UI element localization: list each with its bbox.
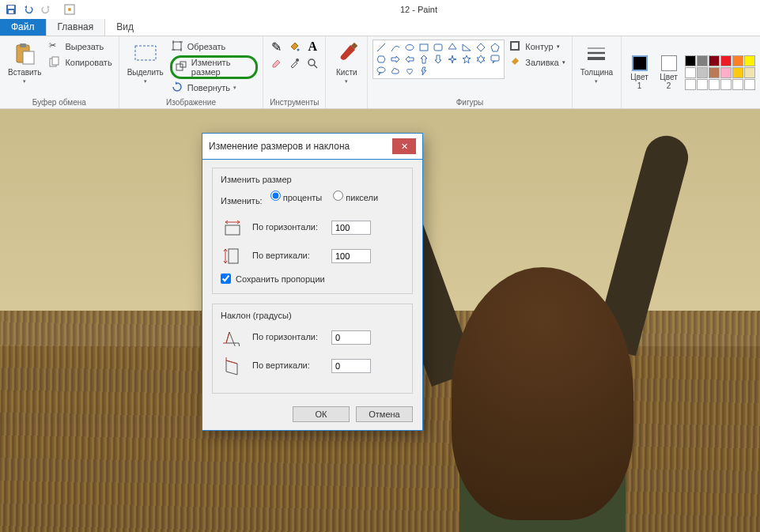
outline-button[interactable]: Контур▾	[508, 40, 566, 54]
curve-icon[interactable]	[389, 42, 401, 53]
group-image: Выделить ▾ Обрезать Изменить размер Пове…	[119, 36, 264, 108]
group-size: Толщина ▾	[573, 36, 622, 108]
group-label: Инструменты	[268, 96, 320, 107]
undo-icon[interactable]	[21, 2, 36, 17]
cancel-button[interactable]: Отмена	[356, 406, 413, 422]
cut-button[interactable]: ✂Вырезать	[47, 40, 113, 54]
triangle-icon[interactable]	[460, 42, 472, 53]
arrow-right-icon[interactable]	[389, 54, 401, 65]
rect-icon[interactable]	[418, 42, 429, 53]
svg-rect-38	[225, 225, 240, 235]
select-button[interactable]: Выделить ▾	[124, 40, 167, 86]
color1-button[interactable]: Цвет 1	[626, 54, 652, 92]
preview-icon[interactable]	[62, 2, 78, 17]
color-palette[interactable]	[685, 55, 755, 90]
skew-h-input[interactable]	[331, 330, 371, 345]
rotate-button[interactable]: Повернуть▾	[170, 81, 259, 95]
svg-point-14	[297, 49, 300, 51]
ok-button[interactable]: ОК	[293, 406, 350, 422]
resize-h-input[interactable]	[331, 221, 371, 235]
cut-icon: ✂	[49, 40, 62, 53]
hexagon-icon[interactable]	[375, 54, 387, 65]
color2-button[interactable]: Цвет 2	[656, 54, 682, 92]
tab-view[interactable]: Вид	[105, 19, 145, 36]
svg-rect-22	[434, 44, 442, 51]
tab-home[interactable]: Главная	[46, 19, 106, 36]
arrow-left-icon[interactable]	[403, 54, 415, 65]
svg-marker-28	[448, 55, 456, 63]
callout-rect-icon[interactable]	[489, 54, 501, 65]
size-button[interactable]: Толщина ▾	[577, 40, 616, 86]
group-shapes: Контур▾ Заливка▾ Фигуры	[368, 36, 572, 108]
quick-access-toolbar	[0, 2, 78, 17]
callout-oval-icon[interactable]	[375, 66, 387, 77]
paste-button[interactable]: Вставить ▾	[5, 40, 44, 86]
skew-h-icon	[221, 326, 244, 349]
heart-icon[interactable]	[403, 66, 415, 77]
svg-marker-26	[491, 43, 499, 51]
polygon-icon[interactable]	[446, 42, 458, 53]
lightning-icon[interactable]	[418, 66, 429, 77]
callout-cloud-icon[interactable]	[389, 66, 401, 77]
bucket-icon[interactable]	[286, 40, 302, 54]
ribbon: Вставить ▾ ✂Вырезать Копировать Буфер об…	[0, 36, 760, 109]
brush-icon	[334, 41, 359, 66]
crop-button[interactable]: Обрезать	[170, 40, 259, 54]
outline-icon	[509, 40, 522, 53]
svg-line-46	[226, 360, 237, 364]
brushes-button[interactable]: Кисти ▾	[331, 40, 362, 86]
magnifier-icon[interactable]	[304, 56, 320, 70]
group-brushes: Кисти ▾	[326, 36, 368, 108]
svg-rect-31	[491, 55, 499, 61]
svg-point-16	[308, 59, 315, 66]
svg-marker-27	[377, 56, 385, 62]
oval-icon[interactable]	[403, 42, 415, 53]
svg-point-32	[377, 67, 385, 73]
pentagon-icon[interactable]	[489, 42, 501, 53]
shapes-gallery[interactable]	[372, 40, 505, 79]
text-icon[interactable]: A	[304, 40, 320, 54]
roundrect-icon[interactable]	[432, 42, 444, 53]
resize-button[interactable]: Изменить размер	[170, 55, 259, 79]
svg-rect-40	[229, 249, 238, 263]
group-tools: ✎ A Инструменты	[263, 36, 326, 108]
svg-rect-21	[420, 44, 428, 51]
star4-icon[interactable]	[446, 54, 458, 65]
radio-percent[interactable]: проценты	[270, 191, 323, 202]
eyedropper-icon[interactable]	[286, 56, 302, 70]
skew-v-icon	[221, 355, 244, 377]
star5-icon[interactable]	[460, 54, 472, 65]
color2-swatch	[661, 55, 677, 71]
radio-pixels[interactable]: пиксели	[333, 191, 378, 202]
diamond-icon[interactable]	[475, 42, 486, 53]
save-icon[interactable]	[3, 2, 19, 17]
copy-button[interactable]: Копировать	[47, 55, 113, 70]
skew-v-input[interactable]	[331, 359, 371, 373]
crop-icon	[172, 40, 184, 53]
arrow-up-icon[interactable]	[418, 54, 429, 65]
dialog-titlebar[interactable]: Изменение размеров и наклона ✕	[202, 134, 422, 160]
eraser-icon[interactable]	[268, 56, 284, 70]
fill-button[interactable]: Заливка▾	[508, 55, 566, 70]
svg-rect-10	[135, 46, 156, 60]
select-icon	[133, 41, 158, 66]
svg-marker-29	[463, 55, 471, 63]
svg-rect-2	[9, 10, 13, 13]
group-clipboard: Вставить ▾ ✂Вырезать Копировать Буфер об…	[0, 36, 119, 108]
aspect-checkbox[interactable]: Сохранить пропорции	[221, 274, 404, 284]
star6-icon[interactable]	[475, 54, 486, 65]
close-button[interactable]: ✕	[392, 138, 416, 154]
resize-v-input[interactable]	[331, 249, 371, 263]
pencil-icon[interactable]: ✎	[268, 40, 284, 54]
group-colors: Цвет 1 Цвет 2	[622, 36, 760, 108]
resize-fieldset: Изменить размер Изменить: проценты пиксе…	[212, 168, 413, 294]
svg-marker-23	[448, 43, 456, 49]
resize-icon	[176, 61, 188, 74]
svg-marker-45	[226, 360, 237, 375]
tab-file[interactable]: Файл	[0, 19, 46, 36]
resize-dialog: Изменение размеров и наклона ✕ Изменить …	[202, 133, 423, 431]
svg-marker-24	[463, 44, 471, 51]
line-icon[interactable]	[375, 42, 387, 53]
redo-icon[interactable]	[38, 2, 54, 17]
arrow-down-icon[interactable]	[432, 54, 444, 65]
